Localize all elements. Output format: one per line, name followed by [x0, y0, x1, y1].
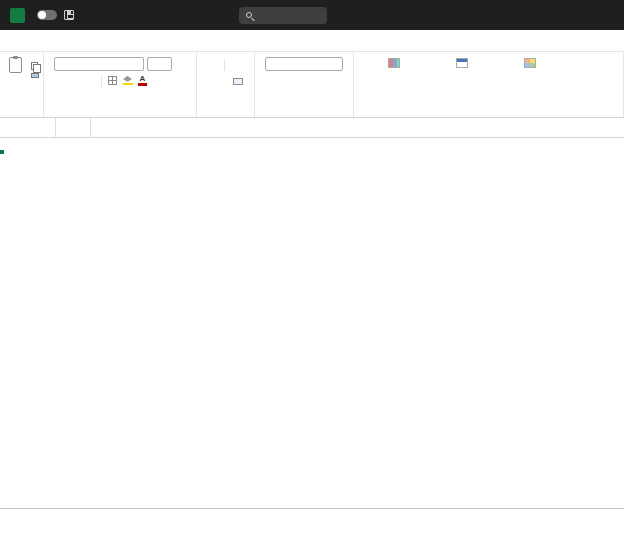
alignment-group	[197, 52, 255, 117]
italic-button[interactable]	[69, 74, 81, 87]
search-box[interactable]	[239, 7, 327, 24]
name-box[interactable]	[0, 118, 56, 137]
formula-input[interactable]	[91, 118, 624, 137]
borders-button[interactable]	[107, 74, 119, 87]
font-size-combo[interactable]	[147, 57, 172, 71]
autosave-toggle[interactable]	[37, 10, 57, 20]
format-painter-icon[interactable]	[31, 73, 39, 78]
title-bar	[0, 0, 624, 30]
font-color-button[interactable]: A	[137, 74, 149, 87]
number-group	[255, 52, 354, 117]
search-icon	[246, 12, 252, 18]
selected-cell-outline	[0, 150, 4, 154]
ribbon: A	[0, 52, 624, 118]
formula-bar	[0, 118, 624, 138]
fill-color-icon	[123, 76, 132, 82]
clipboard-group	[0, 52, 44, 117]
cell-styles-icon	[524, 58, 536, 68]
excel-logo-icon[interactable]	[10, 8, 25, 23]
styles-group	[354, 52, 624, 117]
font-name-combo[interactable]	[54, 57, 144, 71]
autosave-control[interactable]	[32, 10, 57, 20]
conditional-formatting-button[interactable]	[364, 58, 424, 70]
underline-button[interactable]	[84, 74, 96, 87]
copy-icon[interactable]	[31, 62, 38, 70]
font-group: A	[44, 52, 197, 117]
fill-color-button[interactable]	[122, 74, 134, 87]
save-icon[interactable]	[64, 10, 74, 20]
clipboard-icon	[9, 57, 22, 73]
merge-center-button[interactable]	[232, 75, 244, 88]
bold-button[interactable]	[54, 74, 66, 87]
ribbon-tab-bar	[0, 30, 624, 52]
format-as-table-icon	[456, 58, 468, 68]
conditional-formatting-icon	[388, 58, 400, 68]
paste-button[interactable]	[4, 55, 27, 78]
worksheet-grid	[0, 138, 624, 508]
sheet-tab-bar	[0, 508, 624, 534]
format-as-table-button[interactable]	[432, 58, 492, 70]
number-format-combo[interactable]	[265, 57, 343, 71]
merge-icon	[233, 78, 243, 85]
borders-icon	[108, 76, 117, 85]
cell-styles-button[interactable]	[500, 58, 560, 70]
